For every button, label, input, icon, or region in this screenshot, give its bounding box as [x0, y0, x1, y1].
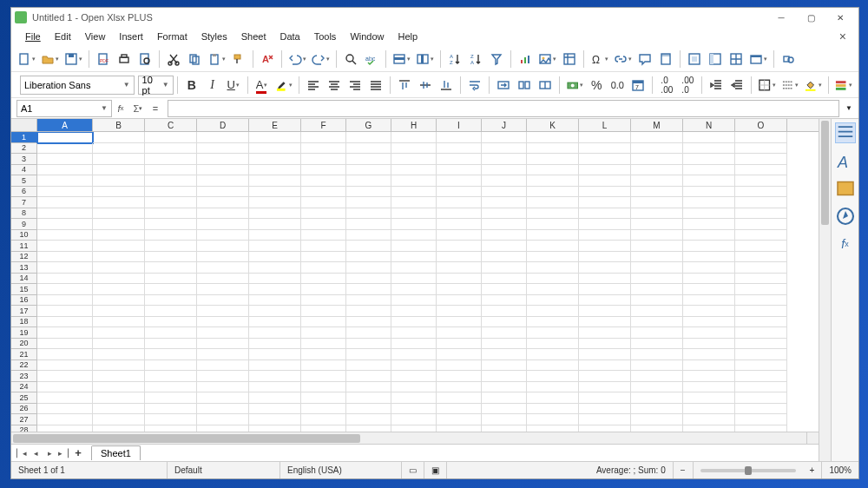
cell[interactable]: [683, 392, 735, 404]
currency-button[interactable]: [564, 75, 585, 96]
cell[interactable]: [249, 154, 301, 165]
row-header[interactable]: 27: [11, 414, 37, 425]
cell[interactable]: [482, 371, 527, 382]
cell[interactable]: [93, 295, 145, 307]
cell[interactable]: [145, 208, 197, 220]
wrap-button[interactable]: [465, 75, 484, 96]
cell[interactable]: [197, 143, 249, 155]
cell[interactable]: [482, 317, 527, 328]
name-box[interactable]: A1▼: [16, 100, 112, 117]
cell[interactable]: [391, 360, 437, 372]
cell[interactable]: [579, 208, 631, 220]
cell[interactable]: [145, 132, 197, 143]
cell[interactable]: [482, 360, 527, 372]
cut-button[interactable]: [164, 49, 183, 69]
cell[interactable]: [391, 414, 437, 425]
cell[interactable]: [527, 230, 579, 241]
cell[interactable]: [735, 371, 787, 382]
cell[interactable]: [37, 252, 93, 263]
cell[interactable]: [527, 252, 579, 263]
cell[interactable]: [683, 219, 735, 230]
cell[interactable]: [683, 306, 735, 317]
cell[interactable]: [37, 197, 93, 208]
cell[interactable]: [579, 132, 631, 143]
cell[interactable]: [93, 382, 145, 393]
cell[interactable]: [631, 317, 683, 328]
cell[interactable]: [437, 252, 482, 263]
cell[interactable]: [197, 339, 249, 350]
conditional-format-button[interactable]: [832, 75, 853, 96]
cell[interactable]: [391, 154, 437, 165]
freeze-button[interactable]: [706, 49, 725, 69]
cell[interactable]: [527, 295, 579, 307]
decrease-indent-button[interactable]: [727, 75, 746, 96]
function-wizard-button[interactable]: fx: [112, 100, 129, 117]
zoom-out-button[interactable]: −: [674, 462, 694, 478]
cell[interactable]: [93, 230, 145, 241]
cell[interactable]: [631, 382, 683, 393]
cell[interactable]: [197, 295, 249, 307]
cell[interactable]: [93, 143, 145, 155]
cell[interactable]: [631, 349, 683, 360]
cell[interactable]: [631, 404, 683, 415]
cell[interactable]: [249, 327, 301, 339]
cell[interactable]: [301, 327, 346, 339]
row-header[interactable]: 11: [11, 241, 37, 252]
styles-icon[interactable]: A: [835, 150, 856, 171]
cell[interactable]: [437, 241, 482, 252]
row-header[interactable]: 9: [11, 219, 37, 230]
cell[interactable]: [145, 252, 197, 263]
row-header[interactable]: 20: [11, 339, 37, 350]
language[interactable]: English (USA): [280, 462, 402, 478]
cell[interactable]: [391, 339, 437, 350]
cell[interactable]: [346, 306, 391, 317]
cell[interactable]: [37, 392, 93, 404]
cell[interactable]: [482, 154, 527, 165]
redo-button[interactable]: [310, 49, 332, 69]
row-header[interactable]: 3: [11, 154, 37, 165]
cell[interactable]: [301, 187, 346, 198]
row-header[interactable]: 21: [11, 349, 37, 360]
row-header[interactable]: 14: [11, 274, 37, 285]
cell[interactable]: [437, 284, 482, 295]
col-header[interactable]: L: [579, 119, 631, 131]
cell[interactable]: [37, 143, 93, 155]
vertical-scrollbar[interactable]: [819, 119, 831, 461]
cell[interactable]: [683, 252, 735, 263]
cell[interactable]: [391, 230, 437, 241]
cell[interactable]: [93, 252, 145, 263]
cell[interactable]: [197, 317, 249, 328]
cell[interactable]: [631, 360, 683, 372]
zoom-slider[interactable]: [700, 469, 796, 472]
cell[interactable]: [301, 295, 346, 307]
cell[interactable]: [482, 262, 527, 274]
cell[interactable]: [579, 404, 631, 415]
cell[interactable]: [249, 208, 301, 220]
cell[interactable]: [482, 143, 527, 155]
cell[interactable]: [527, 327, 579, 339]
cell[interactable]: [683, 165, 735, 176]
font-name-combo[interactable]: Liberation Sans▼: [20, 76, 135, 95]
cell[interactable]: [93, 306, 145, 317]
cell[interactable]: [391, 274, 437, 285]
cell[interactable]: [631, 230, 683, 241]
cell[interactable]: [527, 132, 579, 143]
cell[interactable]: [579, 425, 631, 432]
cell[interactable]: [437, 219, 482, 230]
cell[interactable]: [683, 404, 735, 415]
cell[interactable]: [437, 404, 482, 415]
cell[interactable]: [437, 295, 482, 307]
cell[interactable]: [527, 371, 579, 382]
cell[interactable]: [391, 349, 437, 360]
cell[interactable]: [37, 241, 93, 252]
align-center-button[interactable]: [325, 75, 344, 96]
cell[interactable]: [93, 274, 145, 285]
cell[interactable]: [93, 317, 145, 328]
cell[interactable]: [482, 382, 527, 393]
align-bottom-button[interactable]: [437, 75, 456, 96]
cell[interactable]: [346, 187, 391, 198]
cell[interactable]: [145, 349, 197, 360]
paste-button[interactable]: [206, 49, 227, 69]
cell[interactable]: [735, 382, 787, 393]
cell[interactable]: [735, 208, 787, 220]
